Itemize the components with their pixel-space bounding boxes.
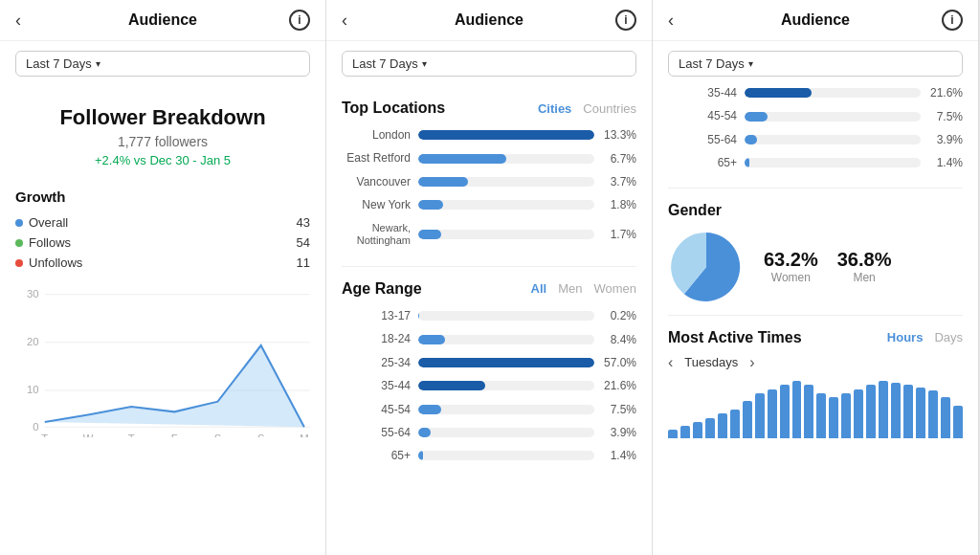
- bar-label-london: London: [342, 128, 418, 142]
- hour-bar: [768, 389, 777, 438]
- bar-label-newyork: New York: [342, 198, 418, 211]
- bar-track-2534: [418, 358, 594, 367]
- growth-unfollows-value: 11: [297, 255, 310, 270]
- bar-p3-track-5564: [745, 135, 921, 144]
- svg-text:M: M: [300, 433, 308, 437]
- bar-label-vancouver: Vancouver: [342, 175, 418, 189]
- bar-p3-65plus: 65+ 1.4%: [668, 156, 963, 169]
- bar-age-1317: 13-17 0.2%: [342, 309, 636, 322]
- gender-stats: 63.2% Women 36.8% Men: [764, 249, 963, 284]
- bar-pct-4554: 7.5%: [602, 403, 636, 416]
- bar-pct-london: 13.3%: [602, 128, 636, 142]
- svg-text:T: T: [41, 433, 48, 437]
- bar-p3-pct-3544: 21.6%: [928, 86, 963, 100]
- hour-bar: [953, 406, 963, 438]
- bar-label-65plus: 65+: [342, 449, 418, 462]
- bar-label-3544: 35-44: [342, 379, 418, 392]
- gender-section: Gender 63.2% Women: [653, 189, 978, 315]
- active-times-title: Most Active Times: [668, 329, 802, 346]
- prev-day-button[interactable]: ‹: [668, 354, 673, 371]
- tab-men[interactable]: Men: [558, 281, 582, 296]
- bar-pct-vancouver: 3.7%: [602, 175, 636, 189]
- growth-chart: 30 20 10 0 T W T F S S M: [15, 284, 310, 437]
- bar-p3-fill-3544: [745, 88, 812, 98]
- dot-red: [15, 259, 23, 267]
- top-locations-title: Top Locations: [342, 100, 445, 117]
- bar-p3-3544: 35-44 21.6%: [668, 86, 963, 100]
- hour-bar: [668, 430, 678, 438]
- location-bars: London 13.3% East Retford 6.7% Vancouver: [342, 128, 636, 247]
- hour-bar: [804, 385, 813, 438]
- dropdown-1[interactable]: Last 7 Days ▾: [15, 51, 310, 77]
- bar-fill-newark: [418, 230, 441, 239]
- bar-fill-65plus: [418, 451, 423, 460]
- dot-blue: [15, 219, 23, 227]
- age-tabs: All Men Women: [531, 281, 636, 296]
- active-times-header: Most Active Times Hours Days: [668, 329, 963, 346]
- bar-pct-3544: 21.6%: [602, 379, 636, 392]
- svg-text:10: 10: [27, 384, 39, 395]
- bar-p3-label-5564: 55-64: [668, 133, 745, 146]
- growth-title: Growth: [15, 189, 310, 205]
- bar-track-5564: [418, 428, 594, 437]
- panel-2-scroll[interactable]: Top Locations Cities Countries London 13…: [326, 86, 652, 555]
- gender-women-label: Women: [771, 271, 811, 284]
- bar-pct-newyork: 1.8%: [602, 198, 636, 211]
- growth-unfollows: Unfollows 11: [15, 253, 310, 273]
- hour-bar: [705, 418, 715, 438]
- gender-title: Gender: [668, 202, 963, 219]
- info-icon-2[interactable]: i: [615, 10, 636, 31]
- back-icon-3[interactable]: ‹: [668, 11, 674, 31]
- bar-track-newark: [418, 230, 594, 239]
- hour-bar: [792, 381, 802, 438]
- bar-track-newyork: [418, 200, 594, 210]
- svg-text:S: S: [257, 433, 265, 437]
- chevron-down-icon-3: ▾: [748, 58, 753, 69]
- bar-p3-4554: 45-54 7.5%: [668, 109, 963, 122]
- hour-bar: [743, 401, 752, 438]
- tab-all[interactable]: All: [531, 281, 547, 296]
- hour-bar: [879, 381, 888, 438]
- bar-fill-2534: [418, 358, 594, 367]
- bar-age-2534: 25-34 57.0%: [342, 356, 636, 369]
- panel-1: ‹ Audience i Last 7 Days ▾ Follower Brea…: [0, 0, 326, 555]
- chevron-down-icon-2: ▾: [422, 58, 427, 69]
- age-range-title: Age Range: [342, 280, 422, 298]
- bar-pct-1317: 0.2%: [602, 309, 636, 322]
- tab-cities[interactable]: Cities: [538, 101, 571, 116]
- bar-fill-3544: [418, 381, 485, 390]
- bar-age-1824: 18-24 8.4%: [342, 332, 636, 345]
- info-icon-3[interactable]: i: [942, 10, 963, 31]
- hour-bar: [841, 393, 851, 438]
- tab-women[interactable]: Women: [593, 281, 636, 296]
- bar-fill-4554: [418, 405, 441, 414]
- gender-chart: 63.2% Women 36.8% Men: [668, 229, 963, 305]
- bar-track-65plus: [418, 451, 594, 460]
- back-icon[interactable]: ‹: [15, 11, 21, 31]
- top-locations-section: Top Locations Cities Countries London 13…: [326, 86, 652, 266]
- gender-pie: [668, 229, 745, 305]
- hour-bar: [903, 385, 913, 438]
- follower-heading: Follower Breakdown: [15, 105, 310, 130]
- hours-bars: [668, 371, 963, 438]
- gender-women: 63.2% Women: [764, 249, 818, 284]
- bar-london: London 13.3%: [342, 128, 636, 142]
- bar-track-london: [418, 130, 594, 140]
- hour-bar: [854, 389, 863, 438]
- bar-pct-65plus: 1.4%: [602, 449, 636, 462]
- bar-newyork: New York 1.8%: [342, 198, 636, 211]
- tab-hours[interactable]: Hours: [887, 330, 924, 344]
- bar-label-newark: Newark, Nottingham: [342, 222, 418, 247]
- bar-label-1824: 18-24: [342, 332, 418, 345]
- dropdown-1-label: Last 7 Days: [26, 56, 92, 71]
- time-tabs: Hours Days: [887, 330, 963, 344]
- location-tabs: Cities Countries: [538, 101, 636, 116]
- tab-days[interactable]: Days: [934, 330, 963, 344]
- tab-countries[interactable]: Countries: [583, 101, 636, 116]
- next-day-button[interactable]: ›: [749, 354, 754, 371]
- info-icon-1[interactable]: i: [289, 10, 310, 31]
- growth-section: Growth Overall 43 Follows 54 Unfollows 1…: [0, 177, 325, 277]
- back-icon-2[interactable]: ‹: [342, 11, 347, 31]
- dropdown-3[interactable]: Last 7 Days ▾: [668, 51, 963, 77]
- dropdown-2[interactable]: Last 7 Days ▾: [342, 51, 636, 77]
